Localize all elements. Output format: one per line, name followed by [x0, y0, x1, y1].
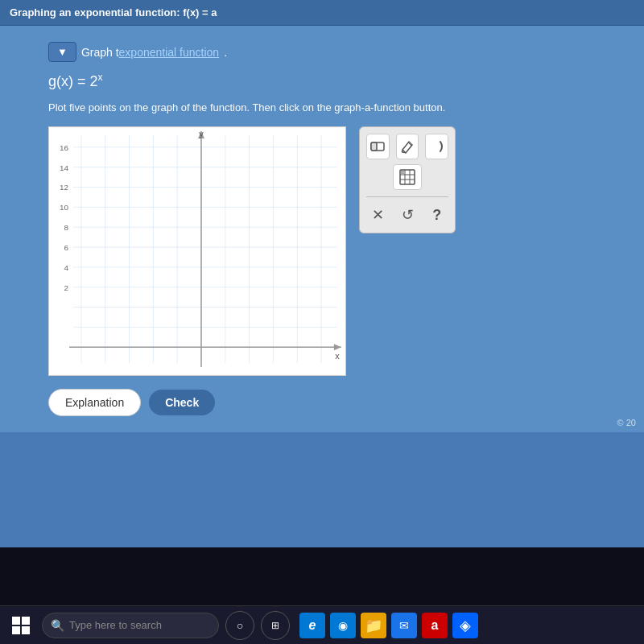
svg-text:4: 4	[64, 263, 69, 272]
folder-symbol: 📁	[365, 617, 382, 634]
instruction-text: Plot five points on the graph of the fun…	[48, 101, 596, 114]
header-bar: Graphing an exponential function: f(x) =…	[0, 0, 644, 26]
grid-button[interactable]	[393, 164, 422, 190]
content-area: ▼ Graph t exponential function . g(x) = …	[0, 26, 644, 432]
graph-svg: 16 14 12 10 8 6 4 2 y x	[49, 127, 345, 375]
edge-icon[interactable]: e	[299, 613, 325, 638]
toolbar-row-1	[366, 134, 448, 159]
mail-symbol: ✉	[399, 619, 409, 632]
store-symbol: ◉	[338, 619, 348, 632]
copyright-text: © 20	[617, 418, 636, 427]
cortana-button[interactable]: ○	[225, 611, 254, 640]
eraser-button[interactable]	[366, 134, 390, 159]
bottom-buttons: Explanation Check	[48, 389, 596, 416]
equation-display: g(x) = 2x	[48, 72, 596, 90]
svg-rect-44	[401, 171, 404, 174]
svg-text:16: 16	[60, 143, 69, 152]
widgets-icon: ⊞	[271, 620, 279, 631]
mail-icon[interactable]: ✉	[391, 613, 417, 638]
folder-icon[interactable]: 📁	[361, 613, 386, 638]
dropdown-row: ▼ Graph t exponential function .	[48, 42, 596, 62]
svg-rect-37	[371, 142, 377, 151]
svg-text:2: 2	[64, 283, 69, 292]
close-button[interactable]: ✕	[366, 204, 390, 226]
svg-text:14: 14	[60, 163, 69, 172]
dropbox-symbol: ◈	[460, 617, 471, 634]
graph-area[interactable]: 16 14 12 10 8 6 4 2 y x	[48, 126, 346, 376]
close-icon: ✕	[372, 206, 384, 224]
exponential-function-link[interactable]: exponential function	[119, 46, 220, 59]
help-icon: ?	[432, 207, 441, 224]
toolbar-row-2	[366, 164, 448, 190]
win-cell-2	[22, 617, 30, 625]
svg-text:12: 12	[60, 183, 69, 192]
taskbar: 🔍 Type here to search ○ ⊞ e ◉ 📁 ✉ a ◈	[0, 605, 644, 644]
explanation-button[interactable]: Explanation	[48, 389, 141, 416]
win-cell-3	[12, 626, 20, 634]
store-icon[interactable]: ◉	[330, 613, 356, 638]
toolbar-divider	[366, 196, 448, 197]
a-letter: a	[431, 618, 439, 633]
toolbar-action-row: ✕ ↺ ?	[366, 204, 448, 226]
svg-text:8: 8	[64, 223, 69, 232]
taskbar-app-icons: e ◉ 📁 ✉ a ◈	[299, 613, 478, 638]
taskbar-search[interactable]: 🔍 Type here to search	[42, 613, 219, 638]
help-button[interactable]: ?	[425, 204, 448, 226]
svg-text:y: y	[199, 129, 204, 138]
dropbox-icon[interactable]: ◈	[452, 613, 478, 638]
equation-text: g(x) = 2x	[48, 73, 103, 89]
undo-button[interactable]: ↺	[396, 204, 419, 226]
svg-text:x: x	[335, 351, 340, 361]
widgets-button[interactable]: ⊞	[261, 611, 290, 640]
svg-text:10: 10	[60, 203, 69, 212]
graph-label-text: Graph t	[81, 46, 119, 59]
dropdown-arrow-icon: ▼	[57, 46, 68, 58]
windows-icon	[12, 617, 30, 634]
header-title: Graphing an exponential function: f(x) =…	[10, 6, 217, 19]
dropdown-button[interactable]: ▼	[48, 42, 76, 62]
search-placeholder-text: Type here to search	[69, 619, 162, 631]
check-button[interactable]: Check	[149, 390, 215, 415]
search-icon: 🔍	[51, 619, 64, 632]
win-cell-4	[22, 626, 30, 634]
undo-icon: ↺	[402, 206, 414, 224]
start-button[interactable]	[6, 611, 35, 640]
svg-marker-25	[334, 344, 341, 350]
dark-area	[0, 547, 644, 605]
win-cell-1	[12, 617, 20, 625]
cortana-icon: ○	[237, 619, 243, 632]
graph-label-period: .	[224, 46, 227, 59]
toolbar-panel: ✕ ↺ ?	[359, 126, 456, 233]
screen: Graphing an exponential function: f(x) =…	[0, 0, 644, 547]
a-icon[interactable]: a	[422, 613, 448, 638]
pencil-button[interactable]	[396, 134, 419, 159]
svg-text:6: 6	[64, 243, 69, 252]
edge-letter: e	[309, 618, 316, 633]
graph-toolbar-row: 16 14 12 10 8 6 4 2 y x	[48, 126, 596, 376]
curve-button[interactable]	[425, 134, 448, 159]
